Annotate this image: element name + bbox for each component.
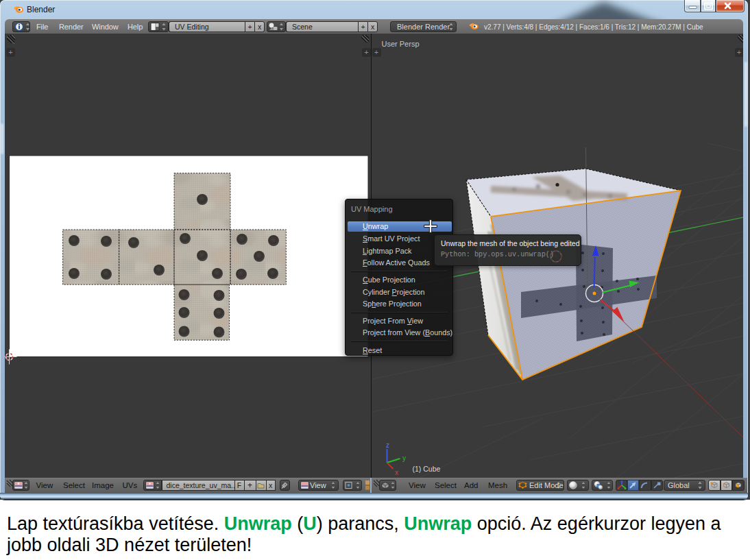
svg-text:y: y — [402, 454, 406, 462]
svg-text:z: z — [386, 441, 389, 449]
svg-text:x: x — [395, 469, 398, 476]
